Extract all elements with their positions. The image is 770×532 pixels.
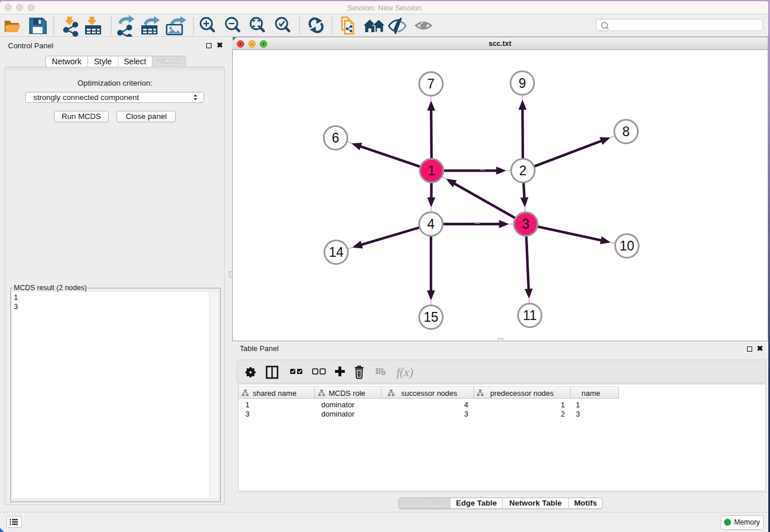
svg-text:10: 10 <box>619 238 634 253</box>
svg-text:11: 11 <box>523 308 537 323</box>
svg-text:6: 6 <box>332 130 340 145</box>
svg-text:4: 4 <box>428 217 435 232</box>
svg-text:1: 1 <box>428 163 436 178</box>
svg-text:14: 14 <box>329 245 344 260</box>
svg-text:9: 9 <box>519 76 526 91</box>
svg-text:15: 15 <box>424 310 438 325</box>
svg-text:8: 8 <box>622 124 630 139</box>
svg-text:7: 7 <box>428 76 435 91</box>
svg-text:f(x): f(x) <box>396 365 413 379</box>
svg-text:2: 2 <box>519 163 527 178</box>
svg-text:3: 3 <box>522 217 530 232</box>
